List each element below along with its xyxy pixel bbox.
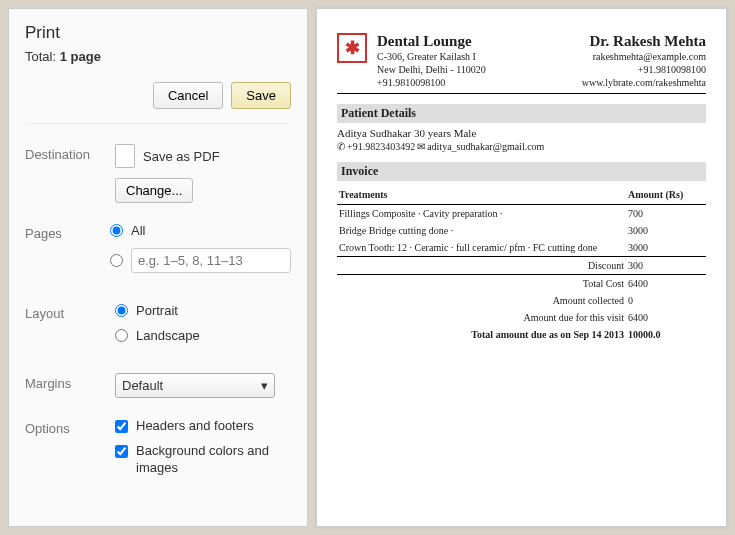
layout-portrait-radio[interactable] — [115, 304, 128, 317]
clinic-logo-icon: ✱ — [337, 33, 367, 63]
background-colors-checkbox[interactable] — [115, 445, 128, 458]
layout-portrait-label: Portrait — [136, 303, 178, 318]
print-settings-panel: Print Total: 1 page Cancel Save Destinat… — [8, 8, 308, 527]
doctor-info: Dr. Rakesh Mehta rakeshmehta@example.com… — [582, 33, 706, 89]
layout-landscape-label: Landscape — [136, 328, 200, 343]
print-title: Print — [25, 23, 291, 43]
margins-setting: Margins Default ▾ — [25, 373, 291, 398]
th-treatments: Treatments — [337, 185, 626, 205]
pages-setting: Pages All — [25, 223, 291, 283]
summary-row: Amount collected 0 — [337, 292, 706, 309]
summary-row: Amount due for this visit 6400 — [337, 309, 706, 326]
phone-icon: ✆ — [337, 141, 345, 152]
destination-setting: Destination Save as PDF Change... — [25, 144, 291, 203]
save-button[interactable]: Save — [231, 82, 291, 109]
summary-row: Discount 300 — [337, 257, 706, 275]
clinic-phone: +91.9810098100 — [377, 76, 572, 89]
invoice-item-row: Fillings Composite · Cavity preparation … — [337, 205, 706, 223]
destination-label: Destination — [25, 144, 115, 162]
patient-contact: ✆+91.9823403492 ✉aditya_sudhakar@gmail.c… — [337, 141, 706, 152]
pages-range-radio[interactable] — [110, 254, 123, 267]
print-total: Total: 1 page — [25, 49, 291, 64]
clinic-addr2: New Delhi, Delhi - 110020 — [377, 63, 572, 76]
headers-footers-checkbox[interactable] — [115, 420, 128, 433]
pages-all-radio[interactable] — [110, 224, 123, 237]
patient-name-age: Aditya Sudhakar 30 years Male — [337, 127, 706, 139]
layout-label: Layout — [25, 303, 115, 321]
options-label: Options — [25, 418, 115, 436]
invoice-section-title: Invoice — [337, 162, 706, 181]
background-colors-label: Background colors and images — [136, 443, 291, 477]
invoice-table: Treatments Amount (Rs) Fillings Composit… — [337, 185, 706, 343]
summary-total-row: Total amount due as on Sep 14 2013 10000… — [337, 326, 706, 343]
clinic-name: Dental Lounge — [377, 33, 572, 50]
doctor-phone: +91.9810098100 — [582, 63, 706, 76]
change-destination-button[interactable]: Change... — [115, 178, 193, 203]
invoice-item-row: Crown Tooth: 12 · Ceramic · full ceramic… — [337, 239, 706, 257]
margins-select[interactable]: Default ▾ — [115, 373, 275, 398]
summary-row: Total Cost 6400 — [337, 275, 706, 293]
clinic-addr1: C-306, Greater Kailash I — [377, 50, 572, 63]
cancel-button[interactable]: Cancel — [153, 82, 223, 109]
button-row: Cancel Save — [25, 82, 291, 124]
invoice-item-row: Bridge Bridge cutting done · 3000 — [337, 222, 706, 239]
layout-setting: Layout Portrait Landscape — [25, 303, 291, 353]
invoice-header: ✱ Dental Lounge C-306, Greater Kailash I… — [337, 33, 706, 89]
destination-value: Save as PDF — [143, 149, 220, 164]
clinic-info: Dental Lounge C-306, Greater Kailash I N… — [377, 33, 572, 89]
headers-footers-label: Headers and footers — [136, 418, 254, 435]
pdf-icon — [115, 144, 135, 168]
options-setting: Options Headers and footers Background c… — [25, 418, 291, 485]
print-preview: ✱ Dental Lounge C-306, Greater Kailash I… — [316, 8, 727, 527]
doctor-name: Dr. Rakesh Mehta — [582, 33, 706, 50]
chevron-down-icon: ▾ — [261, 378, 268, 393]
email-icon: ✉ — [417, 141, 425, 152]
patient-section-title: Patient Details — [337, 104, 706, 123]
pages-label: Pages — [25, 223, 110, 241]
margins-label: Margins — [25, 373, 115, 391]
pages-all-label: All — [131, 223, 145, 238]
layout-landscape-radio[interactable] — [115, 329, 128, 342]
pages-range-input[interactable] — [131, 248, 291, 273]
th-amount: Amount (Rs) — [626, 185, 706, 205]
doctor-email: rakeshmehta@example.com — [582, 50, 706, 63]
doctor-web: www.lybrate.com/rakeshmehta — [582, 76, 706, 89]
